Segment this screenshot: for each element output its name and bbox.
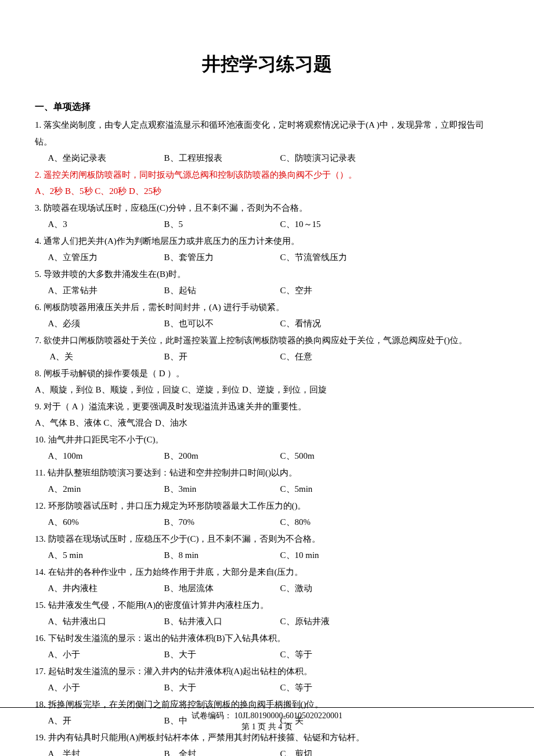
question-text: 16. 下钻时发生溢流的显示：返出的钻井液体积(B)下入钻具体积。 bbox=[35, 630, 499, 647]
q6: 6. 闸板防喷器用液压关井后，需长时间封井，(A) 进行手动锁紧。 A、必须 B… bbox=[35, 299, 499, 332]
option-c: C、原钻井液 bbox=[280, 613, 500, 630]
option-a: A、井内液柱 bbox=[48, 580, 164, 597]
question-text: 2. 遥控关闭闸板防喷器时，同时扳动气源总阀和控制该防喷器的换向阀不少于（）。 bbox=[35, 167, 499, 183]
option-c: C、激动 bbox=[280, 580, 500, 597]
option-c: C、10～15 bbox=[280, 216, 500, 233]
option-b: B、钻井液入口 bbox=[164, 613, 280, 630]
option-a: A、小于 bbox=[48, 646, 164, 663]
q8: 8. 闸板手动解锁的操作要领是（ D ）。 A、顺旋，到位 B、顺旋，到位，回旋… bbox=[35, 365, 499, 398]
question-text: 15. 钻井液发生气侵，不能用(A)的密度值计算井内液柱压力。 bbox=[35, 597, 499, 614]
q2: 2. 遥控关闭闸板防喷器时，同时扳动气源总阀和控制该防喷器的换向阀不少于（）。 … bbox=[35, 167, 499, 200]
option-c: C、5min bbox=[280, 481, 500, 498]
option-a: A、5 min bbox=[48, 547, 164, 564]
question-text: 11. 钻井队整班组防喷演习要达到：钻进和空井控制井口时间()以内。 bbox=[35, 465, 499, 481]
question-text: 3. 防喷器在现场试压时，应稳压(C)分钟，且不刺不漏，否则为不合格。 bbox=[35, 200, 499, 217]
option-a: A、关 bbox=[48, 348, 164, 365]
option-a: A、必须 bbox=[48, 315, 164, 332]
option-c: C、节流管线压力 bbox=[280, 249, 500, 266]
q3: 3. 防喷器在现场试压时，应稳压(C)分钟，且不刺不漏，否则为不合格。 A、3 … bbox=[35, 200, 499, 233]
question-text: 14. 在钻井的各种作业中，压力始终作用于井底，大部分是来自(压力。 bbox=[35, 564, 499, 581]
q17: 17. 起钻时发生溢流的显示：灌入井内的钻井液体积(A)起出钻柱的体积。 A、小… bbox=[35, 663, 499, 696]
option-c: C、80% bbox=[280, 514, 500, 531]
option-c: C、看情况 bbox=[280, 315, 500, 332]
question-text: 7. 欲使井口闸板防喷器处于关位，此时遥控装置上控制该闸板防喷器的换向阀应处于关… bbox=[35, 332, 499, 349]
page-number: 第 1 页 共 4 页 bbox=[0, 721, 534, 733]
option-c: C、任意 bbox=[280, 348, 500, 365]
option-b: B、70% bbox=[164, 514, 280, 531]
option-b: B、工程班报表 bbox=[164, 150, 280, 167]
option-c: C、等于 bbox=[280, 679, 500, 696]
option-a: A、60% bbox=[48, 514, 164, 531]
q5: 5. 导致井喷的大多数井涌发生在(B)时。 A、正常钻井 B、起钻 C、空井 bbox=[35, 266, 499, 299]
option-c: C、500m bbox=[280, 448, 500, 465]
q13: 13. 防喷器在现场试压时，应稳压不少于(C)，且不刺不漏，否则为不合格。 A、… bbox=[35, 531, 499, 564]
q15: 15. 钻井液发生气侵，不能用(A)的密度值计算井内液柱压力。 A、钻井液出口 … bbox=[35, 597, 499, 630]
option-b: B、开 bbox=[164, 348, 280, 365]
option-b: B、也可以不 bbox=[164, 315, 280, 332]
option-b: B、大于 bbox=[164, 646, 280, 663]
option-c: C、防喷演习记录表 bbox=[280, 150, 500, 167]
option-b: B、套管压力 bbox=[164, 249, 280, 266]
section-heading: 一、单项选择 bbox=[35, 98, 499, 116]
option-a: A、2min bbox=[48, 481, 164, 498]
option-a: A、3 bbox=[48, 216, 164, 233]
exam-code: 试卷编码： 10JL80190000-60105020220001 bbox=[0, 710, 534, 722]
option-a: A、100m bbox=[48, 448, 164, 465]
question-text: 12. 环形防喷器试压时，井口压力规定为环形防喷器最大工作压力的()。 bbox=[35, 498, 499, 514]
option-b: B、8 min bbox=[164, 547, 280, 564]
option-a: A、正常钻井 bbox=[48, 282, 164, 299]
option-b: B、起钻 bbox=[164, 282, 280, 299]
q7: 7. 欲使井口闸板防喷器处于关位，此时遥控装置上控制该闸板防喷器的换向阀应处于关… bbox=[35, 332, 499, 365]
q12: 12. 环形防喷器试压时，井口压力规定为环形防喷器最大工作压力的()。 A、60… bbox=[35, 498, 499, 531]
q10: 10. 油气井井口距民宅不小于(C)。 A、100m B、200m C、500m bbox=[35, 431, 499, 465]
option-a: A、钻井液出口 bbox=[48, 613, 164, 630]
q16: 16. 下钻时发生溢流的显示：返出的钻井液体积(B)下入钻具体积。 A、小于 B… bbox=[35, 630, 499, 663]
option-b: B、地层流体 bbox=[164, 580, 280, 597]
option-a: A、坐岗记录表 bbox=[48, 150, 164, 167]
page-title: 井控学习练习题 bbox=[35, 46, 499, 82]
page-footer: 试卷编码： 10JL80190000-60105020220001 第 1 页 … bbox=[0, 707, 534, 733]
q1: 1. 落实坐岗制度，由专人定点观察溢流显示和循环池液面变化，定时将观察情况记录于… bbox=[35, 117, 499, 167]
q19: 19. 井内有钻具时只能用(A)闸板封钻杆本体，严禁用其封闭钻杆接箍、钻铤和方钻… bbox=[35, 729, 499, 756]
option-b: B、5 bbox=[164, 216, 280, 233]
question-text: 5. 导致井喷的大多数井涌发生在(B)时。 bbox=[35, 266, 499, 283]
q9: 9. 对于（ A ）溢流来说，更要强调及时发现溢流并迅速关井的重要性。 A、气体… bbox=[35, 398, 499, 431]
question-text: 9. 对于（ A ）溢流来说，更要强调及时发现溢流并迅速关井的重要性。 bbox=[35, 398, 499, 415]
question-text: 17. 起钻时发生溢流的显示：灌入井内的钻井液体积(A)起出钻柱的体积。 bbox=[35, 663, 499, 680]
option-b: B、3min bbox=[164, 481, 280, 498]
question-text: 1. 落实坐岗制度，由专人定点观察溢流显示和循环池液面变化，定时将观察情况记录于… bbox=[35, 117, 499, 150]
question-text: 4. 通常人们把关井(A)作为判断地层压力或井底压力的压力计来使用。 bbox=[35, 233, 499, 250]
options-inline: A、顺旋，到位 B、顺旋，到位，回旋 C、逆旋，到位 D、逆旋，到位，回旋 bbox=[35, 381, 499, 398]
question-text: 8. 闸板手动解锁的操作要领是（ D ）。 bbox=[35, 365, 499, 382]
option-c: C、等于 bbox=[280, 646, 500, 663]
options-inline: A、气体 B、液体 C、液气混合 D、油水 bbox=[35, 415, 499, 431]
option-a: A、立管压力 bbox=[48, 249, 164, 266]
q14: 14. 在钻井的各种作业中，压力始终作用于井底，大部分是来自(压力。 A、井内液… bbox=[35, 564, 499, 597]
option-a: A、半封 bbox=[48, 746, 164, 756]
option-c: C、10 min bbox=[280, 547, 500, 564]
option-b: B、200m bbox=[164, 448, 280, 465]
option-c: C、空井 bbox=[280, 282, 500, 299]
options-inline: A、2秒 B、5秒 C、20秒 D、25秒 bbox=[35, 183, 499, 200]
option-b: B、全封 bbox=[164, 746, 280, 756]
option-a: A、小于 bbox=[48, 679, 164, 696]
question-text: 13. 防喷器在现场试压时，应稳压不少于(C)，且不刺不漏，否则为不合格。 bbox=[35, 531, 499, 548]
q4: 4. 通常人们把关井(A)作为判断地层压力或井底压力的压力计来使用。 A、立管压… bbox=[35, 233, 499, 266]
question-text: 6. 闸板防喷器用液压关井后，需长时间封井，(A) 进行手动锁紧。 bbox=[35, 299, 499, 316]
option-b: B、大于 bbox=[164, 679, 280, 696]
option-c: C、剪切 bbox=[280, 746, 500, 756]
footer-divider bbox=[0, 707, 534, 708]
question-text: 10. 油气井井口距民宅不小于(C)。 bbox=[35, 431, 499, 448]
q11: 11. 钻井队整班组防喷演习要达到：钻进和空井控制井口时间()以内。 A、2mi… bbox=[35, 465, 499, 498]
